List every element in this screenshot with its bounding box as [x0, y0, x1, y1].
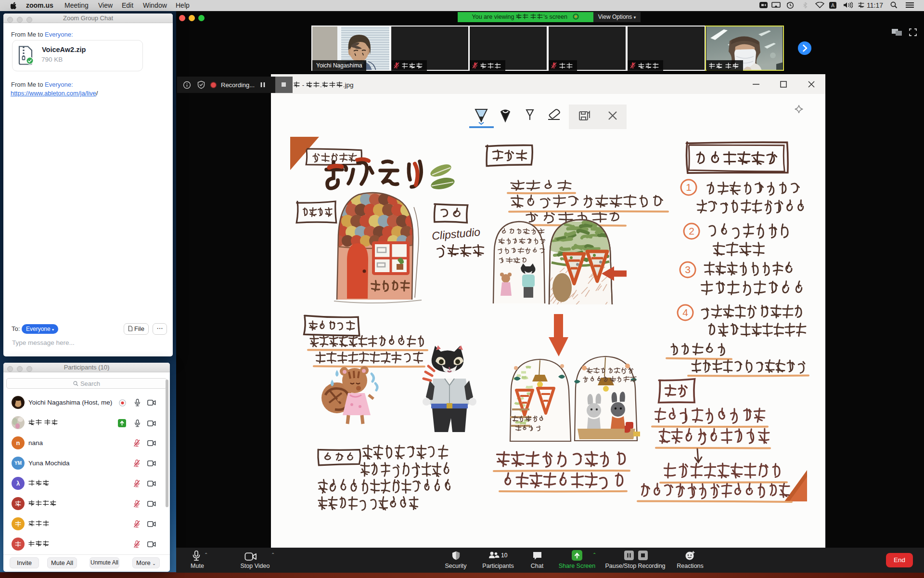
svg-text:Clipstudio: Clipstudio: [431, 225, 481, 242]
svg-text:2: 2: [689, 225, 694, 236]
svg-text:3: 3: [685, 264, 691, 275]
svg-text:1: 1: [686, 182, 692, 193]
svg-text:4: 4: [682, 307, 688, 318]
svg-text:A: A: [831, 2, 834, 8]
